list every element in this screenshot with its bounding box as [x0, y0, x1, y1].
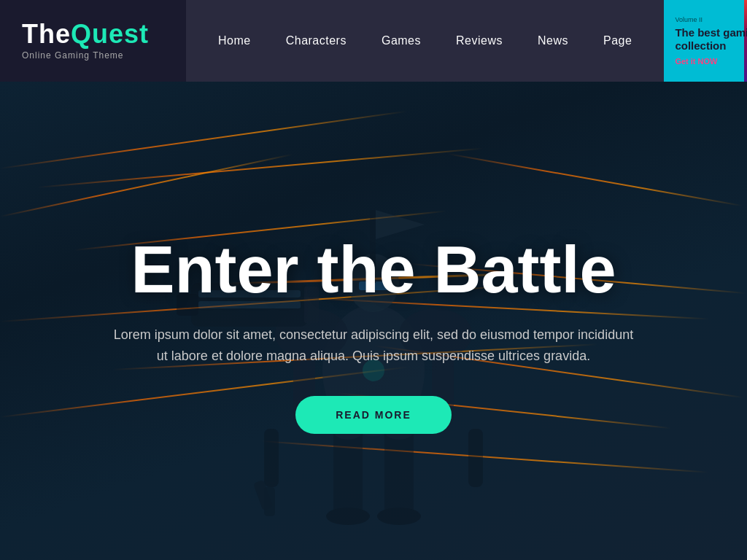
- ad-cta[interactable]: Get it NOW: [675, 57, 717, 66]
- svg-rect-20: [468, 429, 483, 487]
- svg-rect-19: [264, 429, 279, 487]
- read-more-button[interactable]: READ MORE: [295, 396, 452, 434]
- svg-rect-22: [264, 487, 275, 516]
- hero-title: Enter the Battle: [111, 237, 636, 303]
- nav-item-home[interactable]: Home: [201, 34, 268, 47]
- ad-banner[interactable]: Volume II The best gaming collection Get…: [664, 0, 747, 82]
- logo-area: TheQuest Online Gaming Theme: [0, 0, 186, 82]
- nav-item-games[interactable]: Games: [364, 34, 438, 47]
- hero-section: Enter the Battle Lorem ipsum dolor sit a…: [0, 82, 747, 560]
- ad-volume-label: Volume II: [675, 16, 703, 23]
- logo-quest: Quest: [71, 19, 149, 49]
- main-nav: Home Characters Games Reviews News Page: [186, 0, 664, 82]
- svg-rect-13: [333, 429, 363, 516]
- hero-content: Enter the Battle Lorem ipsum dolor sit a…: [38, 237, 709, 434]
- logo: TheQuest: [22, 21, 164, 47]
- ad-title: The best gaming collection: [675, 26, 747, 52]
- svg-rect-14: [384, 429, 414, 516]
- svg-point-18: [377, 508, 421, 525]
- svg-point-17: [326, 508, 370, 525]
- nav-item-news[interactable]: News: [520, 34, 586, 47]
- logo-the: The: [22, 19, 71, 49]
- logo-subtitle: Online Gaming Theme: [22, 50, 164, 61]
- nav-item-page[interactable]: Page: [586, 34, 649, 47]
- hero-description: Lorem ipsum dolor sit amet, consectetur …: [111, 324, 636, 367]
- nav-item-characters[interactable]: Characters: [268, 34, 364, 47]
- nav-item-reviews[interactable]: Reviews: [438, 34, 520, 47]
- header: TheQuest Online Gaming Theme Home Charac…: [0, 0, 747, 82]
